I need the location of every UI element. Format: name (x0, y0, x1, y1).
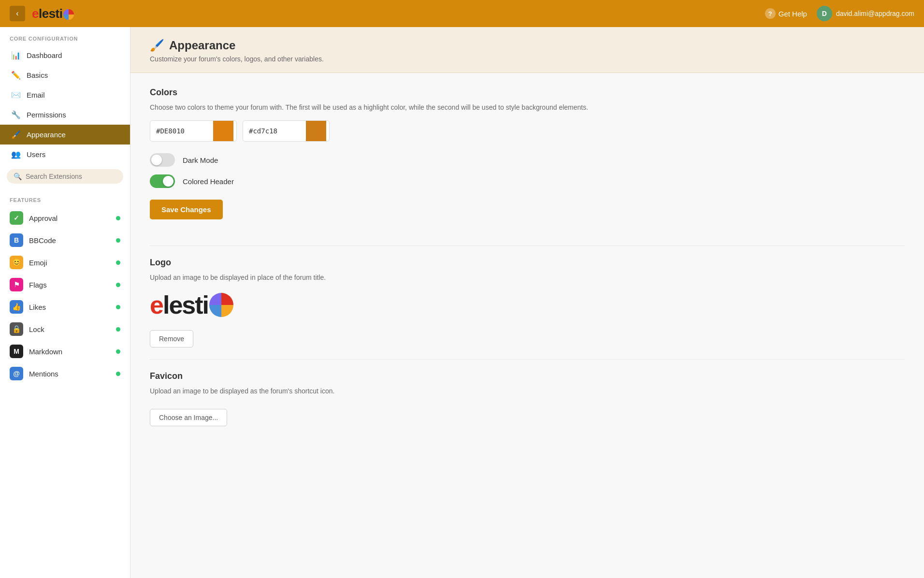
color2-input[interactable] (243, 122, 306, 140)
logo-section-title: Logo (150, 258, 905, 268)
feature-active-dot (116, 216, 120, 220)
sidebar-item-label: Permissions (27, 111, 66, 119)
feature-label: Emoji (29, 259, 47, 267)
logo-preview-o-icon (209, 293, 233, 317)
logo: elesti (32, 6, 74, 21)
permissions-icon: 🔧 (11, 110, 21, 119)
dark-mode-toggle[interactable] (150, 153, 175, 167)
favicon-section-desc: Upload an image to be displayed as the f… (150, 386, 905, 396)
content-header: 🖌️ Appearance Customize your forum's col… (130, 27, 924, 73)
feature-item-mentions[interactable]: @ Mentions (0, 362, 130, 385)
feature-item-markdown[interactable]: M Markdown (0, 340, 130, 362)
feature-active-dot (116, 238, 120, 243)
colored-header-row: Colored Header (150, 174, 905, 188)
feature-label: Flags (29, 281, 47, 289)
feature-active-dot (116, 305, 120, 309)
sidebar-item-users[interactable]: 👥 Users (0, 144, 130, 164)
colored-header-label: Colored Header (183, 177, 234, 186)
users-icon: 👥 (11, 150, 21, 159)
sidebar-item-label: Users (27, 150, 45, 159)
features-section: FEATURES ✓ Approval B BBCode 😊 Emoji (0, 188, 130, 385)
email-icon: ✉️ (11, 90, 21, 100)
avatar: D (817, 6, 832, 21)
logo-o-icon (63, 9, 74, 20)
emoji-icon: 😊 (10, 256, 23, 269)
top-navigation: ‹ elesti ? Get Help D david.alimi@appdra… (0, 0, 924, 27)
likes-icon: 👍 (10, 300, 23, 314)
feature-label: Lock (29, 325, 44, 333)
bbcode-icon: B (10, 233, 23, 247)
dark-mode-toggle-knob (151, 155, 162, 165)
color1-input-wrap (150, 120, 237, 142)
dark-mode-label: Dark Mode (183, 156, 218, 164)
search-extensions-field[interactable]: 🔍 (7, 169, 123, 184)
feature-label: BBCode (29, 236, 56, 245)
feature-label: Markdown (29, 347, 62, 356)
user-button[interactable]: D david.alimi@appdrag.com (817, 6, 914, 21)
page-title: 🖌️ Appearance (150, 39, 905, 52)
feature-active-dot (116, 349, 120, 354)
basics-icon: ✏️ (11, 71, 21, 80)
color2-swatch[interactable] (306, 121, 326, 141)
features-section-title: FEATURES (0, 188, 130, 207)
dark-mode-row: Dark Mode (150, 153, 905, 167)
feature-item-emoji[interactable]: 😊 Emoji (0, 251, 130, 274)
colors-section-title: Colors (150, 87, 905, 98)
sidebar-item-label: Email (27, 91, 45, 99)
sidebar-item-permissions[interactable]: 🔧 Permissions (0, 105, 130, 125)
main-layout: CORE CONFIGURATION 📊 Dashboard ✏️ Basics… (0, 27, 924, 578)
divider2 (150, 359, 905, 360)
color2-input-wrap (243, 120, 330, 142)
feature-item-likes[interactable]: 👍 Likes (0, 296, 130, 318)
sidebar-item-dashboard[interactable]: 📊 Dashboard (0, 45, 130, 65)
sidebar-item-label: Basics (27, 71, 48, 79)
core-config-section-title: CORE CONFIGURATION (0, 27, 130, 45)
feature-label: Mentions (29, 370, 58, 378)
lock-icon: 🔒 (10, 322, 23, 336)
save-changes-button[interactable]: Save Changes (150, 200, 223, 219)
feature-label: Likes (29, 303, 46, 311)
sidebar-item-label: Dashboard (27, 51, 62, 59)
color1-input[interactable] (150, 122, 213, 140)
flags-icon: ⚑ (10, 278, 23, 291)
markdown-icon: M (10, 345, 23, 358)
feature-item-approval[interactable]: ✓ Approval (0, 207, 130, 229)
feature-item-bbcode[interactable]: B BBCode (0, 229, 130, 251)
sidebar-item-basics[interactable]: ✏️ Basics (0, 65, 130, 85)
sidebar-item-email[interactable]: ✉️ Email (0, 85, 130, 105)
help-button[interactable]: ? Get Help (765, 8, 807, 19)
help-label: Get Help (779, 10, 807, 18)
help-icon: ? (765, 8, 776, 19)
colored-header-toggle[interactable] (150, 174, 175, 188)
color1-swatch[interactable] (213, 121, 233, 141)
remove-logo-button[interactable]: Remove (150, 330, 193, 347)
logo-preview-text: elesti (150, 290, 905, 319)
content-body: Colors Choose two colors to theme your f… (130, 73, 924, 441)
color-inputs (150, 120, 905, 142)
page-description: Customize your forum's colors, logos, an… (150, 55, 905, 63)
sidebar: CORE CONFIGURATION 📊 Dashboard ✏️ Basics… (0, 27, 130, 578)
feature-item-flags[interactable]: ⚑ Flags (0, 274, 130, 296)
mentions-icon: @ (10, 367, 23, 380)
logo-section-desc: Upload an image to be displayed in place… (150, 273, 905, 283)
feature-active-dot (116, 327, 120, 332)
search-input[interactable] (26, 173, 116, 180)
divider (150, 246, 905, 246)
feature-active-dot (116, 260, 120, 265)
feature-active-dot (116, 372, 120, 376)
favicon-section-title: Favicon (150, 371, 905, 381)
search-icon: 🔍 (14, 173, 22, 180)
feature-active-dot (116, 283, 120, 287)
choose-favicon-button[interactable]: Choose an Image... (150, 409, 227, 426)
main-content: 🖌️ Appearance Customize your forum's col… (130, 27, 924, 578)
user-email: david.alimi@appdrag.com (836, 10, 914, 17)
back-button[interactable]: ‹ (10, 6, 25, 21)
appearance-icon: 🖌️ (11, 130, 21, 139)
sidebar-item-appearance[interactable]: 🖌️ Appearance (0, 125, 130, 144)
approval-icon: ✓ (10, 211, 23, 225)
topnav-right: ? Get Help D david.alimi@appdrag.com (765, 6, 914, 21)
sidebar-item-label: Appearance (27, 130, 66, 139)
dashboard-icon: 📊 (11, 51, 21, 60)
feature-label: Approval (29, 214, 58, 222)
feature-item-lock[interactable]: 🔒 Lock (0, 318, 130, 340)
